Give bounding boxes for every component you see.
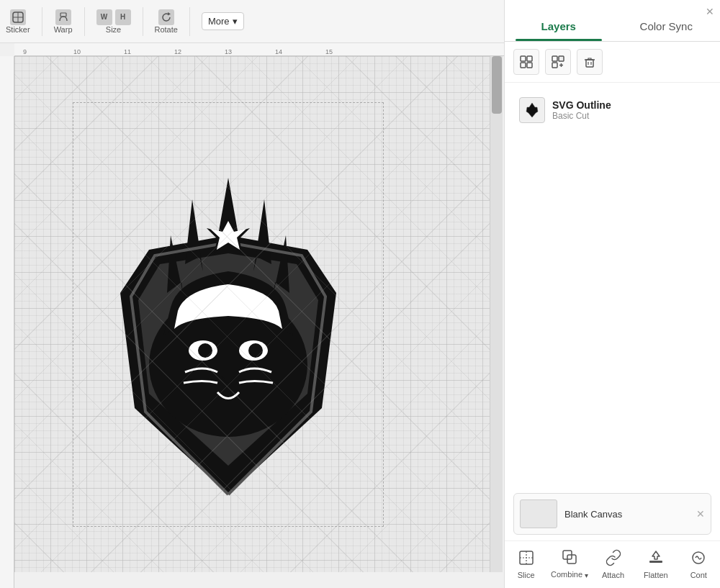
svg-rect-18 [552,63,557,68]
ruler-top: 9 10 11 12 13 14 15 [14,43,504,56]
blank-canvas-close-icon[interactable]: ✕ [696,508,705,520]
panel-close-icon[interactable]: ✕ [706,6,714,17]
sticker-icon [10,9,26,25]
svg-rect-13 [527,56,532,61]
tab-color-sync[interactable]: Color Sync [613,20,721,41]
svg-rect-12 [521,56,526,61]
rotate-icon [158,9,174,25]
svg-marker-4 [168,12,171,16]
blank-canvas-row[interactable]: Blank Canvas ✕ [513,493,711,535]
attach-icon [603,548,624,568]
combine-label: Combine ▾ [551,570,588,579]
size-h-icon: H [115,9,131,25]
warp-label: Warp [54,25,73,34]
layer-thumbnail [519,97,545,123]
panel-tabs: Layers Color Sync ✕ [505,0,720,42]
sticker-tool[interactable]: Sticker [6,9,30,34]
flatten-tool[interactable]: Flatten [638,548,674,579]
svg-rect-15 [527,63,532,68]
svg-point-9 [248,343,263,358]
layer-delete-button[interactable] [577,49,603,75]
tab-layers[interactable]: Layers [505,20,613,41]
panel-bottom-toolbar: Slice Combine ▾ Attach Flatten Cont [505,540,720,588]
blank-canvas-label: Blank Canvas [564,509,622,520]
flatten-icon [646,548,666,568]
svg-point-8 [198,343,212,358]
canvas-area[interactable] [14,56,490,572]
contour-tool[interactable]: Cont [680,548,716,579]
divider-3 [143,7,143,36]
combine-tool[interactable]: Combine ▾ [551,547,588,579]
flatten-label: Flatten [644,571,668,579]
svg-rect-17 [559,56,564,61]
canvas-scrollbar[interactable] [490,56,503,572]
size-label: Size [106,25,121,34]
blank-canvas-thumbnail [520,499,557,528]
slice-tool[interactable]: Slice [508,548,544,579]
ruler-left [0,56,14,588]
size-tool[interactable]: W H Size [96,9,131,34]
layer-group-button[interactable] [513,49,539,75]
rotate-label: Rotate [155,25,178,34]
scrollbar-thumb[interactable] [492,56,502,114]
rotate-tool[interactable]: Rotate [155,9,178,34]
combine-icon [559,547,580,567]
layer-add-button[interactable] [545,49,571,75]
size-w-icon: W [96,9,112,25]
slice-label: Slice [518,571,535,579]
divider-4 [189,7,190,36]
svg-rect-30 [649,561,662,563]
more-button[interactable]: More ▾ [202,12,244,30]
warp-icon [55,9,71,25]
layer-item-svg[interactable]: SVG Outline Basic Cut [513,91,711,129]
contour-label: Cont [690,571,707,579]
svg-rect-21 [586,60,593,67]
svg-rect-14 [521,63,526,68]
warp-tool[interactable]: Warp [54,9,73,34]
contour-icon [688,548,708,568]
divider-1 [42,7,42,36]
attach-tool[interactable]: Attach [595,548,631,579]
layer-info: SVG Outline Basic Cut [552,99,611,121]
attach-label: Attach [602,571,624,579]
top-toolbar: Sticker Warp W H Size Rotate More ▾ [0,0,504,43]
panel-toolbar [505,42,720,83]
right-panel: Layers Color Sync ✕ SVG Outline Basic Cu… [504,0,720,588]
layer-name: SVG Outline [552,99,611,111]
svg-rect-16 [552,56,557,61]
layer-subtype: Basic Cut [552,111,611,121]
divider-2 [84,7,85,36]
sticker-label: Sticker [6,25,30,34]
layer-list: SVG Outline Basic Cut [505,83,720,487]
design-canvas[interactable] [77,106,379,523]
slice-icon [516,548,536,568]
